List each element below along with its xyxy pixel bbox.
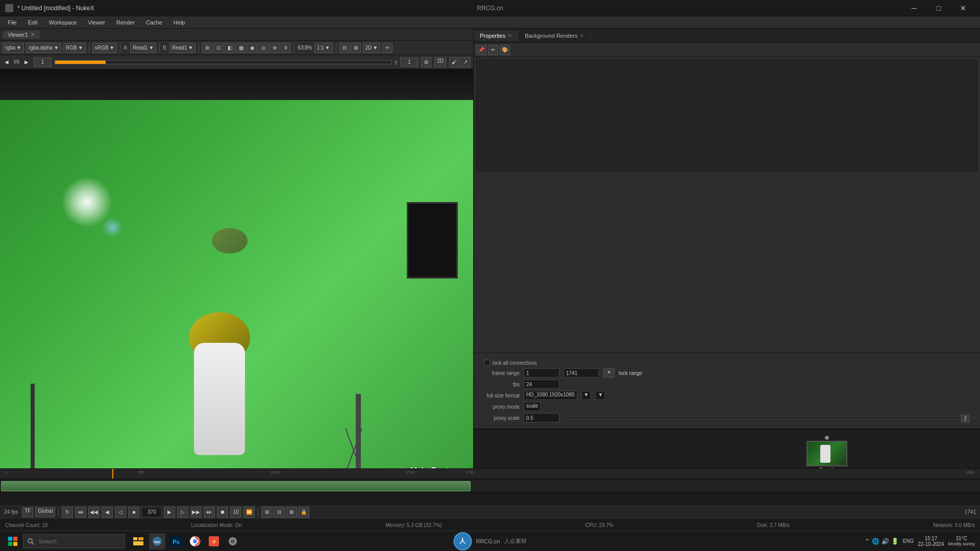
- frame-input[interactable]: [141, 507, 162, 517]
- taskbar-search-input[interactable]: [23, 534, 125, 548]
- viewer-tab-close[interactable]: ✕: [31, 32, 35, 37]
- viewer-icon-1[interactable]: ⊟: [339, 43, 350, 53]
- frame-toolbar: ◀ f/8 ▶ y ⊞ 2D 🖌 ↗: [0, 55, 473, 69]
- full-size-extra-dropdown[interactable]: ▼: [581, 391, 592, 400]
- full-size-format-row: full size format HD_1080 980x551 ▼ ▼: [479, 391, 975, 400]
- pencil-icon[interactable]: ✏: [382, 43, 393, 53]
- step-fwd-btn[interactable]: ▷: [177, 507, 188, 518]
- taskbar-icon-explorer[interactable]: [130, 533, 146, 549]
- channel-b-dropdown[interactable]: Read1 ▼: [169, 43, 195, 53]
- tf-dropdown[interactable]: TF: [22, 507, 33, 517]
- next-frame-btn[interactable]: ▶: [22, 58, 31, 66]
- frame-end-input[interactable]: [564, 368, 599, 378]
- tray-volume-icon[interactable]: 🔊: [881, 538, 889, 545]
- viewer-canvas: Main Footage: [0, 69, 473, 486]
- rgba-alpha-dropdown[interactable]: rgba.alpha ▼: [26, 43, 61, 53]
- start-button[interactable]: [5, 534, 20, 549]
- proxy-mode-dropdown[interactable]: scale: [524, 402, 541, 411]
- taskbar-icon-extra[interactable]: ⚡: [206, 533, 222, 549]
- fps-input[interactable]: [524, 380, 559, 389]
- video-placeholder: Main Footage: [0, 69, 473, 486]
- prop-color-btn[interactable]: 🎨: [500, 45, 510, 55]
- full-size-3rd-dropdown[interactable]: ▼: [595, 391, 605, 400]
- tray-battery-icon[interactable]: 🔋: [891, 538, 899, 545]
- channel-a-dropdown[interactable]: Read1 ▼: [130, 43, 156, 53]
- menu-file[interactable]: File: [3, 18, 22, 27]
- viewer-tab-1[interactable]: Viewer1 ✕: [3, 31, 40, 39]
- rgb-dropdown[interactable]: RGB ▼: [63, 43, 86, 53]
- view-mode-select[interactable]: 2D: [434, 57, 446, 67]
- next-key-btn[interactable]: ▶▶: [190, 507, 202, 518]
- end-frame-label: 1741: [965, 509, 976, 515]
- lock-all-checkbox[interactable]: [484, 360, 490, 366]
- taskbar-clock[interactable]: 15:17 22-10-2024: [918, 536, 944, 547]
- last-frame-btn[interactable]: ⏭: [204, 507, 215, 518]
- taskbar-icon-settings[interactable]: [225, 533, 241, 549]
- taskbar-icon-nuke[interactable]: NX: [149, 533, 165, 549]
- tab-properties[interactable]: Properties ✕: [474, 31, 519, 41]
- view-ratio-dropdown[interactable]: 1:1 ▼: [314, 43, 333, 53]
- bg-renders-tab-close[interactable]: ✕: [580, 33, 584, 38]
- loop-btn[interactable]: ↻: [62, 507, 73, 518]
- maximize-button[interactable]: □: [927, 0, 950, 16]
- tray-network-icon[interactable]: 🌐: [872, 538, 879, 545]
- viewer-tools-icon[interactable]: ⊞: [421, 57, 431, 67]
- menu-help[interactable]: Help: [168, 18, 190, 27]
- frame-start-input[interactable]: [524, 368, 559, 378]
- gs-light-2: [102, 217, 122, 238]
- out-point-btn[interactable]: ⏩: [243, 507, 255, 518]
- view-2d-dropdown[interactable]: 2D ▼: [363, 43, 381, 53]
- viewer-icon-2[interactable]: ⊠: [351, 43, 361, 53]
- prop-pencil-btn[interactable]: ✏: [488, 45, 498, 55]
- rgba-dropdown[interactable]: rgba ▼: [3, 43, 24, 53]
- step-back-btn[interactable]: ◀: [102, 507, 113, 518]
- settings-tool[interactable]: ⊕: [270, 43, 280, 53]
- prop-pin-btn[interactable]: 📌: [476, 45, 486, 55]
- y-value-input[interactable]: [400, 58, 418, 67]
- first-frame-btn[interactable]: ⏮: [75, 507, 86, 518]
- proxy-scale-input[interactable]: [524, 413, 559, 422]
- menu-render[interactable]: Render: [111, 18, 140, 27]
- menu-edit[interactable]: Edit: [23, 18, 43, 27]
- prev-frame-btn[interactable]: ◀: [3, 58, 11, 66]
- taskbar-icon-chrome[interactable]: [187, 533, 203, 549]
- minimize-button[interactable]: ─: [902, 0, 926, 16]
- menu-viewer[interactable]: Viewer: [83, 18, 110, 27]
- tl-icon-3[interactable]: ⊠: [286, 507, 297, 518]
- in-point-btn[interactable]: 10: [230, 507, 241, 518]
- timeline-clip-1[interactable]: [1, 481, 471, 491]
- svg-text:⚡: ⚡: [211, 539, 217, 545]
- global-dropdown[interactable]: Global: [35, 507, 55, 517]
- tl-lock-btn[interactable]: 🔒: [298, 507, 309, 518]
- lock-range-btn[interactable]: ✕: [603, 368, 615, 378]
- proxy-scale-slider[interactable]: 2: [564, 417, 975, 419]
- wipe-tool[interactable]: ◧: [225, 43, 235, 53]
- menu-cache[interactable]: Cache: [141, 18, 167, 27]
- info-tool[interactable]: ◎: [258, 43, 268, 53]
- arrow-icon[interactable]: ↗: [460, 57, 471, 67]
- title-left: * Untitled [modified] - NukeX: [5, 4, 94, 12]
- paint-icon[interactable]: 🖌: [449, 57, 459, 67]
- rrcg-watermark: 人 RRCG.cn 人众素材: [453, 532, 526, 550]
- tray-up-arrow[interactable]: ⌃: [865, 538, 870, 545]
- record-btn[interactable]: ⏺: [217, 507, 228, 518]
- close-button[interactable]: ✕: [951, 0, 975, 16]
- properties-tab-close[interactable]: ✕: [508, 33, 512, 38]
- srgb-dropdown[interactable]: sRGB ▼: [92, 43, 117, 53]
- play-back-btn[interactable]: ◁: [115, 507, 126, 518]
- pause-tool[interactable]: ⏸: [281, 43, 291, 53]
- prev-key-btn[interactable]: ◀◀: [88, 507, 100, 518]
- menu-workspace[interactable]: Workspace: [44, 18, 82, 27]
- vectorscope-tool[interactable]: ◉: [247, 43, 257, 53]
- frame-number-input[interactable]: [34, 58, 52, 67]
- roi-tool[interactable]: ⊞: [202, 43, 212, 53]
- play-fwd-btn[interactable]: ▶: [164, 507, 175, 518]
- tab-background-renders[interactable]: Background Renders ✕: [519, 31, 591, 41]
- taskbar-icon-ps[interactable]: Ps: [168, 533, 184, 549]
- full-size-dropdown[interactable]: HD_1080 980x551: [524, 391, 577, 400]
- compare-tool[interactable]: ⊡: [213, 43, 224, 53]
- tl-icon-2[interactable]: ⊟: [274, 507, 285, 518]
- histogram-tool[interactable]: ▦: [236, 43, 246, 53]
- stop-btn[interactable]: ■: [128, 507, 139, 518]
- tl-icon-1[interactable]: ⊞: [261, 507, 273, 518]
